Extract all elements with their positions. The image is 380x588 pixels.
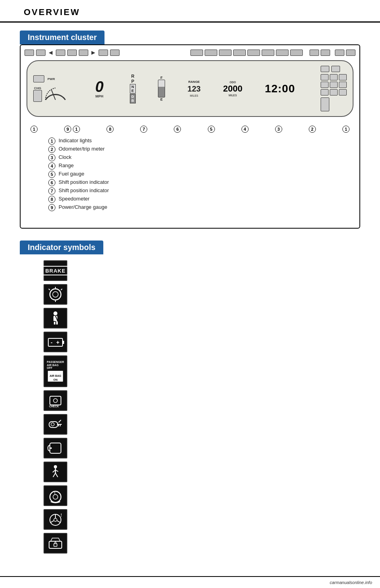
seatbelt-icon-svg bbox=[47, 311, 64, 326]
right-grid bbox=[321, 74, 347, 95]
callout-7: 7 bbox=[140, 126, 147, 133]
indicator-block-rr4 bbox=[346, 50, 355, 56]
clock-value: 12:00 bbox=[265, 82, 295, 95]
left-arrow: ◄ bbox=[48, 49, 54, 56]
callout-1a: 1 bbox=[30, 126, 38, 133]
right-row-1 bbox=[321, 66, 347, 72]
legend-item-1: 1 Indicator lights bbox=[48, 137, 348, 145]
svg-rect-10 bbox=[56, 321, 58, 325]
instrument-cluster-label: Instrument cluster bbox=[20, 31, 104, 44]
callout-1c: 1 bbox=[342, 126, 350, 133]
legend-desc-3: Clock bbox=[59, 154, 72, 161]
right-row-3 bbox=[321, 97, 347, 111]
callout-4: 4 bbox=[241, 126, 249, 133]
svg-point-18 bbox=[53, 399, 57, 403]
odo-label: ODO bbox=[230, 81, 236, 84]
seatbelt-icon-box bbox=[44, 308, 67, 328]
right-arrow: ► bbox=[90, 49, 97, 56]
callout-1b: 1 bbox=[73, 126, 80, 133]
steering-icon-svg: ! bbox=[47, 512, 64, 527]
seatbelt-indicator-row bbox=[44, 308, 360, 328]
security-icon-svg bbox=[47, 536, 64, 551]
legend-num-2: 2 bbox=[48, 146, 55, 153]
indicator-symbols-section: Indicator symbols BRAKE bbox=[0, 237, 380, 561]
legend-item-9: 9 Power/Charge gauge bbox=[48, 204, 348, 211]
legend-list: 1 Indicator lights 2 Odometer/trip meter… bbox=[25, 135, 355, 216]
speedo-value: 0 bbox=[95, 79, 103, 94]
indicator-block-6 bbox=[99, 50, 108, 56]
indicator-block-r1 bbox=[190, 50, 203, 56]
legend-item-6: 6 Shift position indicator bbox=[48, 179, 348, 186]
rg-3 bbox=[339, 74, 347, 80]
legend-item-2: 2 Odometer/trip meter bbox=[48, 145, 348, 153]
indicator-block-7 bbox=[110, 50, 120, 56]
range-unit: MILES bbox=[190, 94, 198, 97]
svg-rect-44 bbox=[54, 544, 57, 546]
rg-8 bbox=[330, 89, 338, 95]
top-right-indicators bbox=[190, 49, 355, 56]
legend-num-1: 1 bbox=[48, 137, 55, 145]
odo-value: 2000 bbox=[223, 84, 242, 94]
fuel-gauge bbox=[158, 80, 165, 97]
rg-9 bbox=[339, 89, 347, 95]
indicator-block-rr1 bbox=[310, 50, 319, 56]
instrument-cluster-section: Instrument cluster ◄ ► bbox=[0, 23, 380, 233]
indicator-block-4 bbox=[67, 50, 77, 56]
brake-icon-box: BRAKE bbox=[44, 260, 67, 281]
legend-desc-8: Speedometer bbox=[59, 195, 89, 202]
battery-icon-svg: - + bbox=[47, 334, 64, 349]
instrument-cluster-box: ◄ ► bbox=[20, 44, 360, 229]
indicator-icons-grid: BRAKE bbox=[20, 254, 360, 557]
svg-point-34 bbox=[50, 491, 61, 502]
range-area: RANGE 123 MILES bbox=[188, 80, 201, 97]
legend-item-3: 3 Clock bbox=[48, 154, 348, 161]
power-gauge-arc bbox=[44, 84, 67, 102]
rg-5 bbox=[330, 82, 338, 88]
legend-item-5: 5 Fuel gauge bbox=[48, 170, 348, 178]
legend-desc-7: Shift position indicator bbox=[59, 187, 109, 194]
legend-item-4: 4 Range bbox=[48, 162, 348, 170]
svg-rect-14 bbox=[63, 341, 64, 344]
security-indicator-row bbox=[44, 533, 360, 554]
indicator-block-r6 bbox=[262, 50, 274, 56]
indicator-block-r4 bbox=[233, 50, 246, 56]
left-indicator-1 bbox=[33, 75, 44, 82]
legend-item-8: 8 Speedometer bbox=[48, 195, 348, 203]
indicator-block-r2 bbox=[205, 50, 217, 56]
legend-desc-9: Power/Charge gauge bbox=[59, 204, 107, 211]
abs-icon-box bbox=[44, 284, 67, 305]
ready-icon-svg bbox=[47, 417, 64, 432]
door-indicator-row bbox=[44, 438, 360, 458]
rg-6 bbox=[339, 82, 347, 88]
indicator-symbols-label: Indicator symbols bbox=[20, 241, 103, 254]
gear-p: P bbox=[131, 79, 134, 84]
callout-row: 1 9 1 8 7 6 5 4 3 2 1 bbox=[25, 125, 355, 135]
indicator-block-3 bbox=[56, 50, 65, 56]
door-icon-box bbox=[44, 438, 67, 458]
airbag-indicator-row: PASSENGERAIR BAGOFF AIR BAG ON bbox=[44, 355, 360, 387]
svg-rect-17 bbox=[50, 396, 61, 405]
clock-area: 12:00 bbox=[265, 82, 295, 95]
legend-desc-1: Indicator lights bbox=[59, 137, 92, 144]
gear-r: R bbox=[131, 74, 134, 78]
svg-line-6 bbox=[61, 289, 62, 290]
svg-line-33 bbox=[55, 473, 58, 477]
svg-point-7 bbox=[53, 311, 57, 315]
steering-icon-box: ! bbox=[44, 509, 67, 530]
airbag-on-status: ON bbox=[49, 378, 61, 381]
svg-point-1 bbox=[50, 289, 61, 300]
odo-unit: MILES bbox=[228, 94, 237, 97]
svg-text:!: ! bbox=[61, 513, 62, 517]
chg-gauge bbox=[33, 90, 42, 102]
airbag-icon-box: PASSENGERAIR BAGOFF AIR BAG ON bbox=[44, 355, 67, 387]
check-icon-svg: CHECK bbox=[47, 393, 64, 408]
check-icon-box: CHECK bbox=[44, 390, 67, 411]
airbag-on-text: AIR BAG bbox=[49, 374, 61, 377]
indicator-block-rr2 bbox=[321, 50, 330, 56]
callout-6: 6 bbox=[174, 126, 181, 133]
rg-4 bbox=[321, 82, 329, 88]
page-header: OVERVIEW bbox=[0, 0, 380, 23]
legend-desc-2: Odometer/trip meter bbox=[59, 145, 104, 153]
indicator-block-1 bbox=[25, 50, 34, 56]
callout-2: 2 bbox=[309, 126, 316, 133]
